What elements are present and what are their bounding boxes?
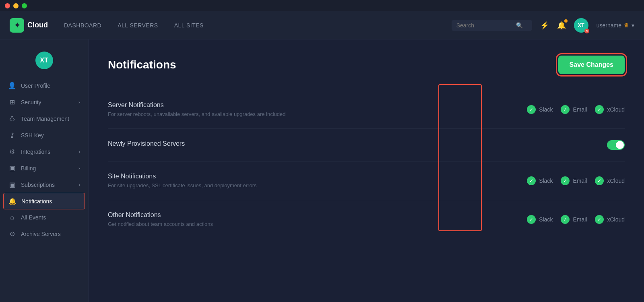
- sidebar-item-all-events[interactable]: ⌂ All Events: [0, 209, 88, 225]
- nav-links: DASHBOARD ALL SERVERS ALL SITES: [64, 22, 452, 29]
- other-notifications-title: Other Notifications: [108, 211, 527, 219]
- activity-icon[interactable]: ⚡: [540, 21, 549, 30]
- key-icon: ⚷: [8, 131, 16, 139]
- server-slack-check-icon: ✓: [527, 105, 536, 114]
- site-slack-label: Slack: [539, 178, 553, 184]
- sidebar-label-archive-servers: Archive Servers: [21, 231, 61, 237]
- sidebar-item-ssh-key[interactable]: ⚷ SSH Key: [0, 127, 88, 143]
- sidebar-item-notifications[interactable]: 🔔 Notifications: [3, 193, 85, 209]
- username-text: username: [597, 22, 621, 29]
- sidebar-label-security: Security: [21, 99, 41, 105]
- other-xcloud-checkbox[interactable]: ✓ xCloud: [595, 215, 625, 224]
- newly-provisioned-row: Newly Provisioned Servers: [108, 129, 625, 161]
- sidebar-item-archive-servers[interactable]: ⊙ Archive Servers: [0, 225, 88, 242]
- server-notifications-controls: ✓ Slack ✓ Email ✓ xCloud: [527, 105, 625, 114]
- crown-icon: ♛: [624, 22, 629, 29]
- sidebar-item-billing[interactable]: ▣ Billing ›: [0, 160, 88, 176]
- nav-all-sites[interactable]: ALL SITES: [174, 22, 204, 29]
- site-notifications-row: Site Notifications For site upgrades, SS…: [108, 161, 625, 200]
- notifications-container: Server Notifications For server reboots,…: [108, 90, 625, 238]
- server-slack-label: Slack: [539, 106, 553, 113]
- dropdown-chevron-icon: ▾: [632, 22, 634, 29]
- other-xcloud-label: xCloud: [607, 216, 625, 223]
- sidebar-item-subscriptions[interactable]: ▣ Subscriptions ›: [0, 176, 88, 193]
- server-notifications-row: Server Notifications For server reboots,…: [108, 90, 625, 129]
- page-title: Notifications: [108, 58, 176, 71]
- server-notifications-desc: For server reboots, unavailable servers,…: [108, 111, 527, 117]
- archive-icon: ⊙: [8, 230, 16, 238]
- sidebar-label-user-profile: User Profile: [21, 83, 50, 89]
- logo[interactable]: ✦ Cloud: [10, 18, 48, 33]
- integrations-icon: ⚙: [8, 148, 16, 155]
- other-email-checkbox[interactable]: ✓ Email: [561, 215, 587, 224]
- toggle-knob: [616, 141, 624, 149]
- site-slack-check-icon: ✓: [527, 176, 536, 185]
- sidebar-label-subscriptions: Subscriptions: [21, 182, 55, 188]
- site-xcloud-checkbox[interactable]: ✓ xCloud: [595, 176, 625, 185]
- newly-provisioned-title: Newly Provisioned Servers: [108, 140, 518, 147]
- site-notifications-controls: ✓ Slack ✓ Email ✓ xCloud: [527, 176, 625, 185]
- other-notifications-desc: Get notified about team accounts and act…: [108, 221, 527, 227]
- newly-provisioned-info: Newly Provisioned Servers: [108, 140, 518, 150]
- subscriptions-icon: ▣: [8, 181, 16, 188]
- billing-icon: ▣: [8, 164, 16, 172]
- save-changes-button[interactable]: Save Changes: [558, 56, 625, 74]
- sidebar-item-user-profile[interactable]: 👤 User Profile: [0, 77, 88, 94]
- bell-icon[interactable]: 🔔: [557, 21, 566, 30]
- titlebar: [0, 0, 644, 11]
- newly-provisioned-controls: [518, 140, 625, 150]
- events-icon: ⌂: [8, 214, 16, 221]
- other-slack-check-icon: ✓: [527, 215, 536, 224]
- sidebar-label-billing: Billing: [21, 165, 36, 172]
- other-notifications-controls: ✓ Slack ✓ Email ✓ xCloud: [527, 215, 625, 224]
- server-xcloud-checkbox[interactable]: ✓ xCloud: [595, 105, 625, 114]
- site-email-checkbox[interactable]: ✓ Email: [561, 176, 587, 185]
- site-xcloud-check-icon: ✓: [595, 176, 604, 185]
- minimize-button[interactable]: [13, 3, 19, 8]
- server-notifications-title: Server Notifications: [108, 101, 527, 109]
- other-notifications-info: Other Notifications Get notified about t…: [108, 211, 527, 227]
- chevron-right-icon-2: ›: [78, 149, 80, 155]
- notification-badge: [564, 19, 568, 23]
- sidebar-label-team-management: Team Management: [21, 116, 69, 122]
- avatar-status: ✕: [584, 29, 589, 33]
- server-email-checkbox[interactable]: ✓ Email: [561, 105, 587, 114]
- search-box[interactable]: 🔍: [452, 20, 532, 31]
- chevron-right-icon: ›: [78, 99, 80, 105]
- sidebar: XT 👤 User Profile ⊞ Security › ♺ Team Ma…: [0, 39, 89, 302]
- site-xcloud-label: xCloud: [607, 178, 625, 184]
- team-icon: ♺: [8, 115, 16, 122]
- other-slack-checkbox[interactable]: ✓ Slack: [527, 215, 553, 224]
- maximize-button[interactable]: [22, 3, 27, 8]
- server-xcloud-label: xCloud: [607, 106, 625, 113]
- nav-dashboard[interactable]: DASHBOARD: [64, 22, 101, 29]
- username-area[interactable]: username ♛ ▾: [597, 22, 634, 29]
- sidebar-item-integrations[interactable]: ⚙ Integrations ›: [0, 143, 88, 160]
- search-input[interactable]: [456, 22, 513, 29]
- other-email-label: Email: [573, 216, 587, 223]
- chevron-right-icon-4: ›: [78, 182, 80, 188]
- search-icon: 🔍: [516, 22, 523, 29]
- server-slack-checkbox[interactable]: ✓ Slack: [527, 105, 553, 114]
- sidebar-label-ssh-key: SSH Key: [21, 132, 44, 139]
- other-notifications-row: Other Notifications Get notified about t…: [108, 200, 625, 238]
- sidebar-item-team-management[interactable]: ♺ Team Management: [0, 110, 88, 127]
- main-layout: XT 👤 User Profile ⊞ Security › ♺ Team Ma…: [0, 39, 644, 302]
- other-slack-label: Slack: [539, 216, 553, 223]
- sidebar-item-security[interactable]: ⊞ Security ›: [0, 94, 88, 110]
- chevron-right-icon-3: ›: [78, 165, 80, 171]
- other-xcloud-check-icon: ✓: [595, 215, 604, 224]
- notifications-icon: 🔔: [8, 197, 17, 205]
- site-notifications-desc: For site upgrades, SSL certificate issue…: [108, 182, 527, 188]
- logo-text: Cloud: [27, 21, 48, 29]
- server-email-check-icon: ✓: [561, 105, 570, 114]
- newly-provisioned-toggle[interactable]: [607, 140, 625, 150]
- sidebar-label-notifications: Notifications: [21, 198, 52, 205]
- avatar[interactable]: XT ✕: [574, 18, 588, 33]
- security-icon: ⊞: [8, 98, 16, 106]
- other-email-check-icon: ✓: [561, 215, 570, 224]
- close-button[interactable]: [5, 3, 10, 8]
- nav-all-servers[interactable]: ALL SERVERS: [118, 22, 158, 29]
- site-slack-checkbox[interactable]: ✓ Slack: [527, 176, 553, 185]
- site-notifications-info: Site Notifications For site upgrades, SS…: [108, 173, 527, 188]
